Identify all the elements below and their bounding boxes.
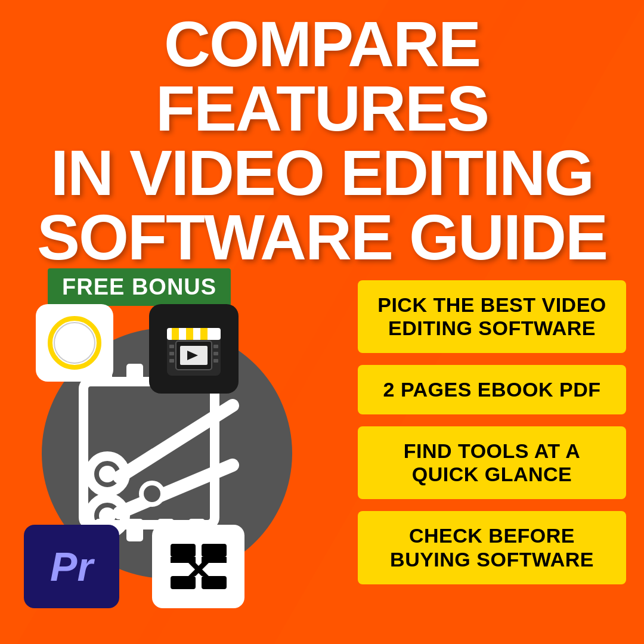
clapper-icon bbox=[149, 304, 239, 394]
svg-point-29 bbox=[99, 507, 116, 524]
capcut-icon bbox=[152, 525, 244, 608]
svg-point-28 bbox=[99, 466, 116, 482]
svg-marker-32 bbox=[171, 557, 196, 563]
svg-rect-16 bbox=[126, 364, 143, 386]
page-container: COMPARE FEATURES IN VIDEO EDITING SOFTWA… bbox=[0, 0, 644, 644]
svg-rect-30 bbox=[171, 544, 196, 557]
svg-rect-12 bbox=[213, 352, 218, 355]
svg-rect-10 bbox=[169, 359, 174, 363]
inner-ring bbox=[54, 322, 95, 364]
feature-text-3: FIND TOOLS AT A QUICK GLANCE bbox=[404, 439, 580, 485]
svg-rect-31 bbox=[202, 544, 227, 557]
yellow-ring bbox=[48, 316, 101, 370]
circle-app-icon bbox=[36, 304, 113, 382]
svg-rect-13 bbox=[213, 359, 218, 363]
main-title: COMPARE FEATURES IN VIDEO EDITING SOFTWA… bbox=[18, 12, 626, 270]
feature-text-4: CHECK BEFORE BUYING SOFTWARE bbox=[390, 524, 594, 570]
svg-rect-9 bbox=[169, 352, 174, 355]
svg-rect-36 bbox=[171, 576, 196, 589]
feature-box-4: CHECK BEFORE BUYING SOFTWARE bbox=[358, 511, 626, 584]
badge-label: FREE BONUS bbox=[62, 274, 216, 299]
title-section: COMPARE FEATURES IN VIDEO EDITING SOFTWA… bbox=[18, 12, 626, 270]
feature-box-3: FIND TOOLS AT A QUICK GLANCE bbox=[358, 426, 626, 499]
svg-rect-37 bbox=[202, 576, 227, 589]
feature-box-1: PICK THE BEST VIDEO EDITING SOFTWARE bbox=[358, 280, 626, 353]
title-line1: COMPARE FEATURES bbox=[156, 8, 488, 144]
clapper-svg bbox=[161, 316, 227, 382]
svg-rect-2 bbox=[172, 328, 179, 340]
title-line3: SOFTWARE GUIDE bbox=[37, 201, 607, 273]
svg-rect-3 bbox=[186, 328, 193, 340]
svg-point-25 bbox=[141, 483, 163, 504]
svg-rect-11 bbox=[213, 345, 218, 348]
svg-rect-4 bbox=[200, 328, 208, 340]
free-bonus-badge: FREE BONUS bbox=[48, 268, 231, 306]
premiere-pro-icon: Pr bbox=[24, 525, 119, 608]
title-line2: IN VIDEO EDITING bbox=[51, 137, 593, 209]
features-section: PICK THE BEST VIDEO EDITING SOFTWARE 2 P… bbox=[358, 280, 626, 584]
premiere-logo-text: Pr bbox=[50, 543, 93, 590]
icons-area: FREE BONUS bbox=[12, 268, 334, 614]
feature-text-2: 2 PAGES EBOOK PDF bbox=[383, 378, 601, 401]
svg-rect-8 bbox=[169, 345, 174, 348]
capcut-svg bbox=[166, 537, 231, 596]
feature-text-1: PICK THE BEST VIDEO EDITING SOFTWARE bbox=[377, 293, 606, 339]
feature-box-2: 2 PAGES EBOOK PDF bbox=[358, 365, 626, 414]
svg-marker-33 bbox=[202, 557, 227, 563]
